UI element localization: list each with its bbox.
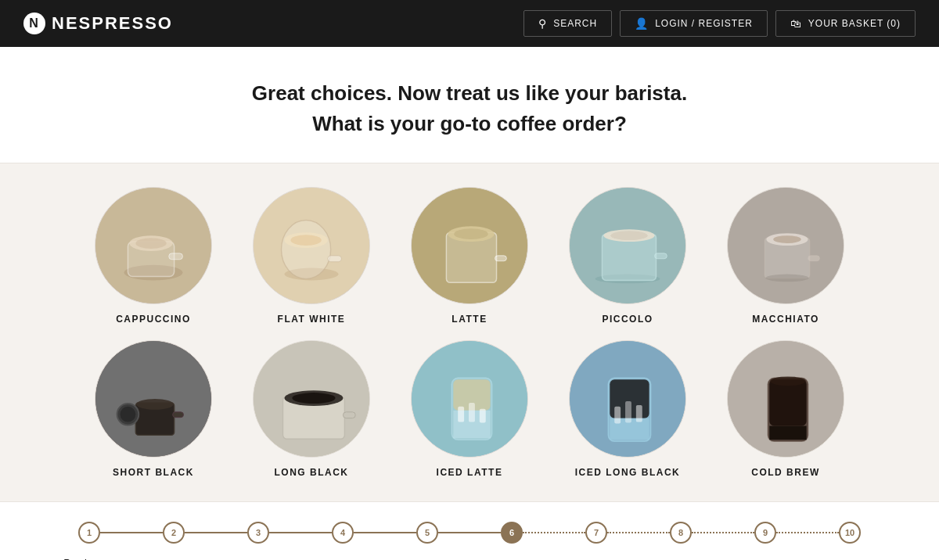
step-connector-4-5 [354,532,416,533]
svg-point-8 [282,220,331,278]
svg-point-27 [765,275,808,282]
basket-button[interactable]: 🛍 YOUR BASKET (0) [775,10,916,37]
coffee-circle-piccolo [569,187,686,304]
content-area: CAPPUCCINO FLAT WHITE LATTE PICCOLO [0,163,939,501]
svg-rect-11 [328,256,342,262]
search-button[interactable]: ⚲ SEARCH [523,10,612,37]
svg-rect-46 [480,409,486,423]
svg-rect-45 [469,403,475,422]
progress-bar: 12345678910 [78,522,861,544]
coffee-label-macchiato: MACCHIATO [752,314,819,325]
logo: N NESPRESSO [23,13,173,34]
navbar: N NESPRESSO ⚲ SEARCH 👤 LOGIN / REGISTER … [0,0,939,47]
coffee-label-iced-long-black: ICED LONG BLACK [575,467,681,478]
step-dot-4[interactable]: 4 [332,522,354,544]
svg-point-29 [95,341,211,457]
step-connector-1-2 [100,532,163,533]
svg-point-31 [136,399,173,410]
coffee-item-macchiato[interactable]: MACCHIATO [711,187,861,325]
svg-point-21 [610,231,647,240]
coffee-item-piccolo[interactable]: PICCOLO [552,187,703,325]
coffee-circle-short-black [95,340,212,458]
hero-title-line2: What is your go-to coffee order? [312,112,627,135]
coffee-label-cappuccino: CAPPUCCINO [116,314,191,325]
step-dot-10[interactable]: 10 [839,522,861,544]
svg-point-34 [121,407,136,422]
coffee-label-latte: LATTE [452,314,487,325]
coffee-label-flat-white: FLAT WHITE [278,314,346,325]
svg-point-10 [290,235,321,246]
login-button[interactable]: 👤 LOGIN / REGISTER [620,10,768,37]
basket-label: YOUR BASKET (0) [808,18,901,29]
logo-text: NESPRESSO [52,13,173,34]
step-connector-3-4 [269,532,332,533]
coffee-item-cappuccino[interactable]: CAPPUCCINO [78,187,228,325]
coffee-circle-long-black [253,340,370,458]
svg-rect-16 [495,256,507,261]
step-dot-7[interactable]: 7 [585,522,607,544]
svg-point-15 [454,228,487,239]
svg-point-58 [770,376,805,386]
coffee-item-iced-long-black[interactable]: ICED LONG BLACK [552,340,703,478]
coffee-circle-cold-brew [727,340,844,458]
step-connector-7-8 [607,532,670,533]
coffee-circle-iced-latte [411,340,528,458]
coffee-circle-iced-long-black [569,340,686,458]
step-dot-6[interactable]: 6 [501,522,523,544]
logo-icon: N [23,13,45,34]
coffee-item-iced-latte[interactable]: ICED LATTE [394,340,545,478]
login-label: LOGIN / REGISTER [655,18,753,29]
user-icon: 👤 [635,17,649,30]
svg-rect-28 [808,256,820,261]
svg-rect-32 [173,412,184,418]
coffee-circle-latte [411,187,528,304]
step-dot-3[interactable]: 3 [247,522,269,544]
previous-link[interactable]: < Previous [55,557,103,560]
coffee-label-long-black: LONG BLACK [275,467,349,478]
step-connector-9-10 [776,532,839,533]
step-dot-5[interactable]: 5 [416,522,438,544]
step-connector-2-3 [185,532,247,533]
coffee-item-cold-brew[interactable]: COLD BREW [711,340,861,478]
coffee-item-latte[interactable]: LATTE [394,187,545,325]
search-label: SEARCH [553,18,597,29]
svg-point-26 [773,235,801,243]
coffee-label-short-black: SHORT BLACK [113,467,194,478]
coffee-label-piccolo: PICCOLO [602,314,653,325]
svg-rect-5 [169,253,183,260]
svg-rect-56 [769,379,806,425]
svg-rect-22 [655,253,667,259]
progress-section: 12345678910 < Previous [0,501,939,560]
svg-point-4 [135,238,166,249]
svg-rect-52 [625,401,631,423]
coffee-item-short-black[interactable]: SHORT BLACK [78,340,228,478]
coffee-label-iced-latte: ICED LATTE [437,467,503,478]
step-dot-2[interactable]: 2 [163,522,185,544]
coffee-circle-cappuccino [95,187,212,304]
step-dot-8[interactable]: 8 [670,522,692,544]
coffee-label-cold-brew: COLD BREW [751,467,820,478]
svg-rect-39 [343,412,355,418]
svg-rect-51 [614,407,621,424]
svg-rect-57 [769,426,806,440]
svg-point-38 [292,393,335,404]
svg-rect-44 [458,407,464,422]
coffee-circle-flat-white [253,187,370,304]
step-connector-6-7 [523,532,585,533]
hero-title-line1: Great choices. Now treat us like your ba… [252,81,687,105]
coffee-circle-macchiato [727,187,844,304]
step-dot-1[interactable]: 1 [78,522,100,544]
coffee-grid: CAPPUCCINO FLAT WHITE LATTE PICCOLO [78,187,861,478]
step-dot-9[interactable]: 9 [754,522,776,544]
step-connector-5-6 [438,532,501,533]
navbar-actions: ⚲ SEARCH 👤 LOGIN / REGISTER 🛍 YOUR BASKE… [523,10,916,37]
coffee-item-long-black[interactable]: LONG BLACK [236,340,387,478]
basket-icon: 🛍 [790,17,802,30]
hero-title: Great choices. Now treat us like your ba… [16,78,923,139]
step-connector-8-9 [692,532,754,533]
search-icon: ⚲ [538,17,547,30]
svg-rect-53 [636,405,642,422]
hero-section: Great choices. Now treat us like your ba… [0,47,939,163]
coffee-item-flat-white[interactable]: FLAT WHITE [236,187,387,325]
